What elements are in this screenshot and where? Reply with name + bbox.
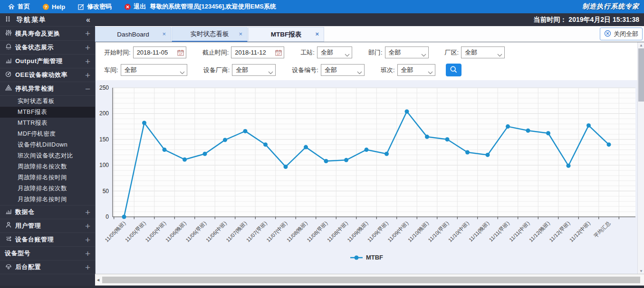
chevron-down-icon[interactable] [357,69,362,76]
vertical-scroll-thumb[interactable] [638,48,644,102]
legend-item-mtbf[interactable]: MTBF [350,254,383,261]
sidebar-group-label: Output产能管理 [15,57,63,65]
factory-select[interactable]: 全部 [461,46,505,58]
topbar-change-password-button[interactable]: 修改密码 [77,2,112,11]
expand-group-icon[interactable]: + [85,71,90,80]
current-time-value: 2019年4月2日 15:31:38 [568,16,639,24]
expand-group-icon[interactable]: + [85,57,90,66]
sidebar-group-mold-life[interactable]: 模具寿命及更换+ [0,27,95,40]
start-time-input[interactable]: 2018-11-0517 [133,46,186,58]
filter-label-factory: 厂区: [445,48,459,57]
vendor-select[interactable]: 全部 [232,64,276,76]
sidebar-item-week-fault-time[interactable]: 周故障排名按时间 [0,172,95,183]
topbar-help-button[interactable]: ?Help [42,3,65,10]
calendar-icon[interactable]: 17 [177,49,184,57]
svg-text:11/11(中班): 11/11(中班) [508,220,531,243]
horizontal-scrollbar[interactable]: ◄ [95,274,644,286]
workshop-select[interactable]: 全部 [121,64,187,76]
tab-close-icon[interactable]: × [315,31,319,37]
chevron-down-icon[interactable] [497,51,502,58]
topbar-logout-button[interactable]: 退出 [124,2,146,11]
sidebar-group-data-warehouse[interactable]: 数据仓+ [0,205,95,219]
close-all-tabs-button[interactable]: 关闭全部 [600,28,643,40]
search-button[interactable] [446,64,461,76]
tab-label: DashBoard [117,31,149,38]
expand-group-icon[interactable]: + [85,235,90,244]
warning-icon [5,84,15,93]
chevron-down-icon[interactable] [268,69,273,76]
topbar-home-button[interactable]: 首页 [8,2,30,11]
filter-label-workshop: 车间: [104,66,118,74]
svg-text:11/12(晚班): 11/12(晚班) [528,220,551,243]
bar-chart-icon [5,207,15,217]
station-select[interactable]: 全部 [317,46,352,58]
end-time-input[interactable]: 2018-11-1217 [231,46,284,58]
sidebar-group-user-mgmt[interactable]: 用户管理+ [0,219,95,232]
sidebar-group-output[interactable]: Output产能管理+ [0,54,95,68]
expand-group-icon[interactable]: + [85,208,90,217]
sidebar-group-downtime[interactable]: 停机异常检测− [0,82,95,95]
home-icon [8,3,15,10]
svg-text:0: 0 [106,214,109,220]
field-value: 全部 [325,66,337,74]
svg-text:11/11(晚班): 11/11(晚班) [468,220,490,243]
svg-text:11/08(晚班): 11/08(晚班) [286,220,308,243]
sidebar-item-shift-compare[interactable]: 班次间设备状态对比 [0,150,95,161]
chevron-down-icon[interactable] [180,69,185,76]
chevron-down-icon[interactable] [428,69,433,76]
sidebar-item-month-fault-count[interactable]: 月故障排名按次数 [0,183,95,194]
svg-text:11/08(中班): 11/08(中班) [326,220,349,243]
sidebar-item-week-fault-count[interactable]: 周故障排名按次数 [0,161,95,172]
scroll-down-arrow[interactable]: ▼ [638,268,644,274]
svg-text:?: ? [45,4,48,9]
horizontal-scroll-thumb[interactable] [102,277,640,283]
scroll-up-arrow[interactable]: ▲ [638,42,644,48]
chevron-down-icon[interactable] [421,51,426,58]
expand-group-icon[interactable]: + [85,29,90,38]
sidebar-item-label: 班次间设备状态对比 [18,152,73,160]
collapse-group-icon[interactable]: − [85,84,90,93]
sidebar-item-mdf-density[interactable]: MDF停机密度 [0,129,95,139]
chevron-down-icon[interactable] [345,51,350,58]
config-icon [5,262,15,272]
filter-row-1: 开始时间:2018-11-0517截止时间:2018-11-1217工站:全部部… [104,46,505,58]
shift-select[interactable]: 全部 [397,64,435,76]
sidebar-group-backend-config[interactable]: 后台配置+ [0,260,95,274]
tab-close-icon[interactable]: × [162,31,166,37]
tab-mtbf-report[interactable]: MTBF报表× [248,27,324,42]
sidebar-group-oee[interactable]: OEE设备稼动效率+ [0,68,95,82]
tab-realtime-board[interactable]: 实时状态看板× [172,27,248,42]
sidebar-collapse-button[interactable]: « [86,16,90,24]
expand-group-icon[interactable]: + [85,222,90,231]
expand-group-icon[interactable]: + [85,249,90,258]
sidebar-item-realtime-board[interactable]: 实时状态看板 [0,96,95,107]
field-value: 全部 [125,66,137,74]
sidebar-item-month-fault-time[interactable]: 月故障排名按时间 [0,194,95,205]
topbar: 首页?Help修改密码退出 尊敬的系统管理员[123456],欢迎使用EMS系统… [0,0,644,13]
department-select[interactable]: 全部 [385,46,429,58]
field-value: 全部 [321,48,333,57]
scroll-left-arrow[interactable]: ◄ [96,278,100,282]
sidebar-item-mtbf-report[interactable]: MTBF报表 [0,107,95,118]
tabs: DashBoard×实时状态看板×MTBF报表× [95,27,325,42]
sidebar-group-label: 用户管理 [15,222,41,230]
sidebar-item-label: MTBF报表 [18,108,47,116]
sidebar-item-label: 月故障排名按次数 [18,185,67,193]
expand-group-icon[interactable]: + [85,43,90,52]
vertical-scrollbar[interactable]: ▲ ▼ [637,42,644,274]
current-time-label: 当前时间： [533,16,567,24]
sidebar-item-drilldown[interactable]: 设备停机DillDown [0,139,95,150]
tab-dashboard[interactable]: DashBoard× [95,27,171,42]
filter-panel: 开始时间:2018-11-0517截止时间:2018-11-1217工站:全部部… [96,42,637,80]
filter-label-shift: 班次: [381,66,395,74]
device-no-select[interactable]: 全部 [321,64,365,76]
svg-text:11/09(晚班): 11/09(晚班) [346,220,369,243]
calendar-icon[interactable]: 17 [275,49,282,57]
topbar-help-label: Help [52,3,65,10]
sidebar-group-device-model[interactable]: 设备型号+ [0,246,95,260]
sidebar-group-device-status[interactable]: 设备状态展示+ [0,40,95,54]
sidebar-item-mttr-report[interactable]: MTTR报表 [0,118,95,129]
expand-group-icon[interactable]: + [85,263,90,272]
sidebar-group-device-ledger[interactable]: 设备台账管理+ [0,232,95,246]
tab-close-icon[interactable]: × [239,31,242,37]
